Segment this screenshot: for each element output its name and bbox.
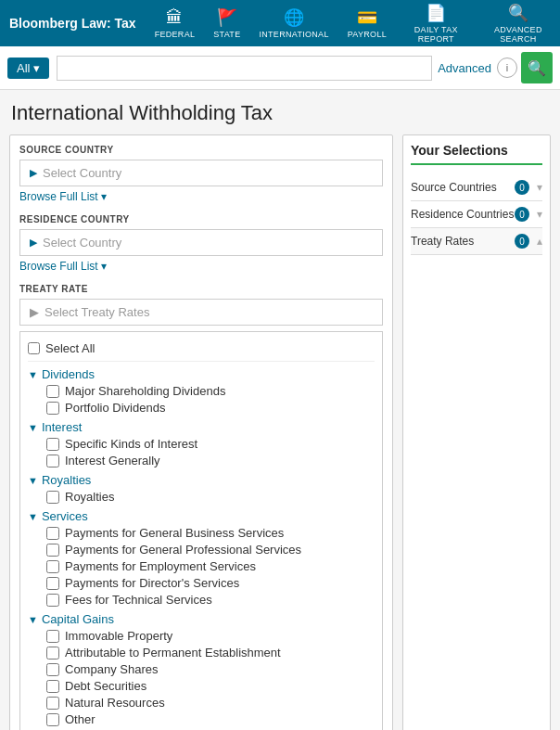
services-collapse-icon: ▼ [28, 511, 38, 522]
immovable-property-checkbox[interactable] [46, 630, 59, 643]
checkbox-area: Select All ▼ Dividends Major Shareholdin… [19, 331, 383, 730]
interest-generally-checkbox[interactable] [46, 455, 59, 467]
residence-countries-badge: 0 [515, 207, 529, 222]
residence-country-select[interactable]: ▶ Select Country [19, 229, 383, 256]
other-label: Other [65, 712, 95, 726]
your-selections-title: Your Selections [411, 143, 542, 165]
directors-services-checkbox[interactable] [46, 577, 59, 590]
source-country-placeholder: Select Country [43, 166, 121, 180]
group-capital-gains-header[interactable]: ▼ Capital Gains [28, 612, 375, 626]
group-dividends-header[interactable]: ▼ Dividends [28, 367, 375, 381]
royalties-checkbox[interactable] [46, 491, 59, 504]
employment-services-checkbox[interactable] [46, 560, 59, 573]
interest-label: Interest [42, 420, 82, 434]
treaty-rates-sel-label: Treaty Rates [411, 235, 474, 248]
royalties-collapse-icon: ▼ [28, 475, 38, 486]
search-button[interactable]: 🔍 [521, 52, 553, 83]
major-shareholding-checkbox[interactable] [46, 385, 59, 398]
source-country-select[interactable]: ▶ Select Country [19, 160, 383, 186]
daily-tax-icon: 📄 [426, 3, 446, 23]
natural-resources-checkbox[interactable] [46, 697, 59, 710]
checkbox-employment-services: Payments for Employment Services [46, 559, 375, 573]
capital-gains-label: Capital Gains [42, 612, 114, 626]
state-icon: 🚩 [217, 7, 237, 28]
residence-countries-sel-label: Residence Countries [411, 208, 514, 221]
treaty-rate-label: Treaty Rate [19, 284, 383, 294]
other-checkbox[interactable] [46, 713, 59, 726]
source-country-label: Source Country [19, 145, 383, 155]
treaty-arrow-icon: ▶ [30, 305, 39, 319]
nav-payroll[interactable]: 💳 Payroll [348, 7, 387, 39]
treaty-rate-row: Treaty Rate ▶ Select Treaty Rates Select… [19, 284, 383, 730]
selection-treaty-rates[interactable]: Treaty Rates 0 ▴ [411, 228, 542, 255]
group-royalties-header[interactable]: ▼ Royalties [28, 473, 375, 487]
services-label: Services [42, 509, 88, 523]
checkbox-specific-interest: Specific Kinds of Interest [46, 437, 375, 451]
residence-browse-chevron-icon: ▾ [101, 260, 107, 273]
debt-securities-checkbox[interactable] [46, 680, 59, 693]
group-interest-header[interactable]: ▼ Interest [28, 420, 375, 434]
dividends-label: Dividends [42, 367, 95, 381]
nav-federal[interactable]: 🏛 Federal [155, 8, 196, 39]
search-bar: All ▾ Advanced i 🔍 [0, 46, 560, 90]
advanced-button[interactable]: Advanced [438, 61, 491, 75]
checkbox-company-shares: Company Shares [46, 662, 375, 676]
general-business-checkbox[interactable] [46, 527, 59, 540]
source-browse-link[interactable]: Browse Full List ▾ [19, 190, 107, 203]
nav-daily-tax-report[interactable]: 📄 Daily Tax Report [405, 3, 467, 44]
general-business-label: Payments for General Business Services [65, 526, 284, 540]
source-countries-chevron-icon: ▾ [537, 181, 542, 194]
general-professional-label: Payments for General Professional Servic… [65, 543, 301, 557]
general-professional-checkbox[interactable] [46, 544, 59, 557]
info-button[interactable]: i [497, 58, 517, 78]
left-panel: Source Country ▶ Select Country Browse F… [9, 134, 393, 730]
nav-advanced-search[interactable]: 🔍 Advanced Search [486, 3, 551, 44]
portfolio-dividends-label: Portfolio Dividends [65, 401, 165, 415]
natural-resources-label: Natural Resources [65, 696, 165, 710]
source-countries-right: 0 ▾ [515, 180, 542, 195]
directors-services-label: Payments for Director's Services [65, 576, 239, 590]
perm-establishment-checkbox[interactable] [46, 647, 59, 660]
source-countries-sel-label: Source Countries [411, 181, 497, 194]
residence-country-label: Residence Country [19, 214, 383, 224]
source-country-row: Source Country ▶ Select Country Browse F… [19, 145, 383, 203]
nav-state-label: State [213, 30, 240, 39]
company-shares-checkbox[interactable] [46, 663, 59, 676]
top-nav: Bloomberg Law: Tax 🏛 Federal 🚩 State 🌐 I… [0, 0, 560, 46]
checkbox-royalties: Royalties [46, 490, 375, 504]
nav-state[interactable]: 🚩 State [213, 7, 240, 39]
nav-daily-label: Daily Tax Report [405, 25, 467, 44]
checkbox-general-professional: Payments for General Professional Servic… [46, 543, 375, 557]
technical-services-checkbox[interactable] [46, 594, 59, 607]
right-panel: Your Selections Source Countries 0 ▾ Res… [402, 134, 551, 730]
select-all-checkbox[interactable] [28, 342, 40, 354]
checkbox-technical-services: Fees for Technical Services [46, 593, 375, 607]
residence-country-row: Residence Country ▶ Select Country Brows… [19, 214, 383, 273]
portfolio-dividends-checkbox[interactable] [46, 402, 59, 415]
brand-label: Bloomberg Law: Tax [9, 16, 136, 31]
all-chevron-icon: ▾ [33, 61, 40, 75]
interest-collapse-icon: ▼ [28, 422, 38, 433]
perm-establishment-label: Attributable to Permanent Establishment [65, 646, 281, 660]
interest-generally-label: Interest Generally [65, 454, 160, 467]
residence-countries-chevron-icon: ▾ [537, 208, 542, 221]
main-layout: Source Country ▶ Select Country Browse F… [0, 134, 560, 730]
page-title: International Withholding Tax [0, 90, 560, 134]
residence-country-placeholder: Select Country [43, 236, 121, 250]
treaty-rates-right: 0 ▴ [515, 234, 542, 249]
residence-browse-label: Browse Full List [19, 260, 98, 273]
royalties-item-label: Royalties [65, 490, 114, 504]
treaty-rate-select[interactable]: ▶ Select Treaty Rates [19, 299, 383, 326]
selection-residence-countries[interactable]: Residence Countries 0 ▾ [411, 201, 542, 228]
group-services-header[interactable]: ▼ Services [28, 509, 375, 523]
search-input[interactable] [57, 56, 432, 81]
source-countries-badge: 0 [515, 180, 529, 195]
specific-interest-checkbox[interactable] [46, 438, 59, 451]
technical-services-label: Fees for Technical Services [65, 593, 212, 607]
international-icon: 🌐 [284, 7, 304, 28]
immovable-property-label: Immovable Property [65, 629, 172, 643]
residence-browse-link[interactable]: Browse Full List ▾ [19, 260, 107, 273]
selection-source-countries[interactable]: Source Countries 0 ▾ [411, 174, 542, 201]
all-button[interactable]: All ▾ [7, 58, 49, 79]
nav-international[interactable]: 🌐 International [259, 7, 328, 39]
